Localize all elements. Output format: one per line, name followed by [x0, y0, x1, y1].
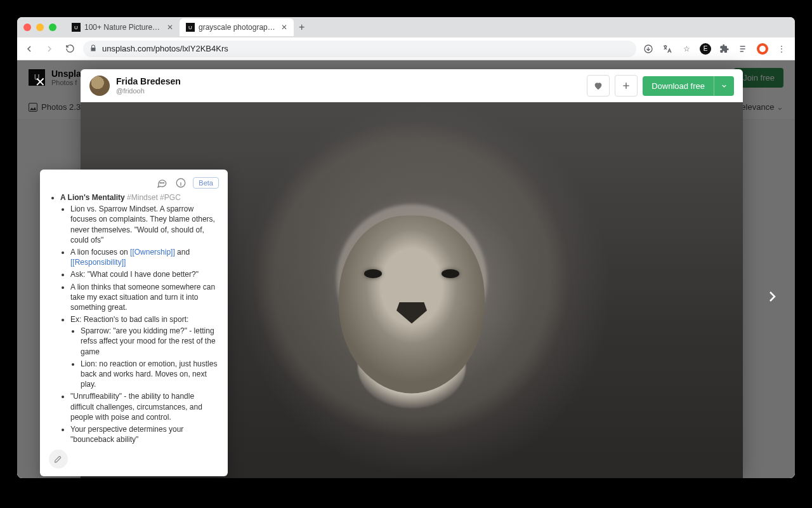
add-to-collection-button[interactable] — [615, 75, 638, 97]
address-bar: unsplash.com/photos/lxlY2KB4Krs ☆ E ⋮ — [17, 37, 795, 60]
download-options-chevron[interactable] — [714, 76, 734, 96]
download-label: Download free — [643, 76, 714, 96]
close-tab-icon[interactable]: ✕ — [281, 23, 287, 32]
tab-nature-pictures[interactable]: U 100+ Nature Pictures | Downl ✕ — [65, 18, 180, 36]
window-controls — [23, 23, 56, 31]
extensions-puzzle-icon[interactable] — [719, 43, 730, 55]
reload-button[interactable] — [63, 42, 77, 56]
translate-icon[interactable] — [662, 43, 673, 55]
note-sub-bullet: Lion: no reaction or emotion, just hustl… — [81, 359, 219, 390]
close-window-icon[interactable] — [23, 23, 31, 31]
download-button[interactable]: Download free — [643, 76, 734, 96]
back-button[interactable] — [22, 42, 36, 56]
close-overlay-button[interactable]: ✕ — [35, 74, 46, 90]
author-name: Frida Bredesen — [116, 77, 181, 86]
note-root: A Lion's Mentality #Mindset #PGC Lion vs… — [60, 192, 219, 444]
close-tab-icon[interactable]: ✕ — [167, 23, 173, 32]
author-handle: @fridooh — [116, 87, 181, 95]
svg-point-1 — [759, 46, 766, 52]
svg-point-3 — [162, 182, 162, 183]
notes-toolbar: Beta — [49, 176, 219, 190]
tab-bar: U 100+ Nature Pictures | Downl ✕ U grays… — [17, 17, 795, 37]
note-bullet: A lion focuses on [[Ownership]] and [[Re… — [70, 247, 219, 267]
profile-avatar-icon[interactable] — [757, 43, 768, 55]
like-button[interactable] — [587, 75, 610, 97]
forward-button[interactable] — [43, 42, 56, 56]
note-tags: #Mindset #PGC — [127, 193, 181, 202]
bookmark-star-icon[interactable]: ☆ — [681, 43, 692, 55]
kebab-menu-icon[interactable]: ⋮ — [776, 43, 787, 55]
favicon-icon: U — [72, 23, 81, 32]
note-bullet: A lion thinks that someone somewhere can… — [70, 282, 219, 313]
new-tab-button[interactable]: + — [294, 22, 310, 33]
minimize-window-icon[interactable] — [36, 23, 44, 31]
note-title: A Lion's Mentality — [60, 193, 125, 202]
tab-title: grayscale photography of lion — [199, 23, 277, 32]
url-input[interactable]: unsplash.com/photos/lxlY2KB4Krs — [83, 41, 636, 57]
note-bullet: Ex: Reaction's to bad calls in sport: Sp… — [70, 314, 219, 389]
note-bullet: Lion vs. Sparrow Mindset. A sparrow focu… — [70, 204, 219, 245]
favicon-icon: U — [186, 23, 195, 32]
toolbar-right: ☆ E ⋮ — [643, 43, 790, 55]
note-bullet: Your perspective determines your "bounce… — [70, 424, 219, 444]
next-photo-button[interactable] — [764, 289, 780, 309]
maximize-window-icon[interactable] — [49, 23, 56, 31]
note-bullet: "Unruffleability" - the ability to handl… — [70, 391, 219, 422]
svg-point-2 — [160, 182, 161, 183]
note-sub-bullet: Sparrow: "are you kidding me?" - letting… — [81, 326, 219, 357]
note-bullet: Ask: "What could I have done better?" — [70, 269, 219, 279]
comment-icon[interactable] — [155, 176, 169, 190]
url-text: unsplash.com/photos/lxlY2KB4Krs — [102, 44, 228, 53]
notes-list: A Lion's Mentality #Mindset #PGC Lion vs… — [49, 192, 219, 444]
browser-window: U 100+ Nature Pictures | Downl ✕ U grays… — [17, 17, 795, 478]
beta-badge: Beta — [193, 177, 219, 189]
info-icon[interactable] — [174, 176, 188, 190]
svg-point-4 — [164, 182, 164, 183]
extension-icon[interactable]: E — [700, 43, 711, 55]
overlay-header: Frida Bredesen @fridooh Download free — [81, 69, 743, 102]
author-info[interactable]: Frida Bredesen @fridooh — [116, 77, 181, 94]
note-link-ownership[interactable]: [[Ownership]] — [130, 248, 175, 257]
lock-icon — [89, 44, 97, 53]
author-avatar[interactable] — [89, 76, 110, 96]
page-content: U Unsplas Photos f Join free Photos 2.3k… — [17, 60, 795, 478]
notes-popup: Beta A Lion's Mentality #Mindset #PGC Li… — [40, 170, 228, 476]
reading-list-icon[interactable] — [738, 43, 749, 55]
tab-title: 100+ Nature Pictures | Downl — [84, 23, 163, 32]
overlay-actions: Download free — [587, 75, 734, 97]
install-icon[interactable] — [643, 43, 654, 55]
edit-note-button[interactable] — [49, 450, 68, 469]
note-link-responsibility[interactable]: [[Responsibility]] — [70, 258, 126, 267]
tab-grayscale-lion[interactable]: U grayscale photography of lion ✕ — [180, 18, 294, 36]
